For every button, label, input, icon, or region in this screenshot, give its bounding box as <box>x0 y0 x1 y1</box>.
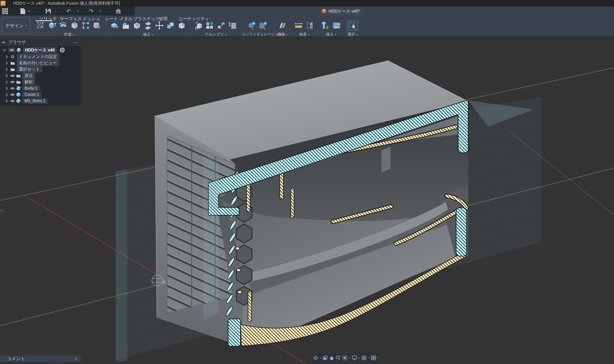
browser-row-analysis[interactable]: 解析 <box>0 79 81 85</box>
pattern-icon[interactable] <box>82 21 90 30</box>
section-analysis-icon[interactable] <box>305 21 314 30</box>
browser-minimize-icon[interactable]: — <box>73 40 77 45</box>
construction-plane-icon[interactable] <box>278 21 287 30</box>
display-settings-icon[interactable] <box>352 355 357 360</box>
app-grid-icon[interactable] <box>1 8 9 14</box>
viewport-3d-model[interactable] <box>0 36 614 364</box>
split-body-icon[interactable] <box>177 21 186 30</box>
browser-row-root[interactable]: HDDケース v40 <box>0 47 81 53</box>
file-menu-caret[interactable]: ▾ <box>27 8 31 14</box>
panel-collapse-handle[interactable]: « <box>0 207 3 213</box>
new-component-icon[interactable] <box>206 21 214 30</box>
select-tool-active[interactable] <box>347 20 358 31</box>
measure-icon[interactable] <box>294 21 303 30</box>
browser-row-m5-8mm1[interactable]: M5_8mm:1 <box>0 98 81 104</box>
viewports-caret[interactable]: ▾ <box>378 356 379 359</box>
bom-table-icon[interactable] <box>228 21 237 30</box>
browser-row-body1[interactable]: Body:1 <box>0 85 81 91</box>
press-pull-icon[interactable] <box>110 21 119 30</box>
fit-caret[interactable]: ▾ <box>349 356 350 359</box>
document-tab[interactable]: HDDケース v40* <box>320 7 362 15</box>
browser-row-label[interactable]: 原点 <box>22 72 35 79</box>
look-at-icon[interactable] <box>323 356 328 360</box>
chevron-right-icon[interactable] <box>5 68 8 71</box>
file-menu-icon[interactable] <box>19 8 27 14</box>
chevron-down-icon[interactable] <box>3 49 6 52</box>
browser-row-label[interactable]: 名前の付いたビュー <box>17 60 59 66</box>
shell-icon[interactable] <box>133 21 141 30</box>
group-label-select[interactable]: 選択 ▾ <box>345 32 360 37</box>
redo-caret[interactable]: ▾ <box>98 8 102 14</box>
orbit-caret[interactable]: ▾ <box>320 356 321 359</box>
orbit-icon[interactable] <box>313 355 318 360</box>
chevron-right-icon[interactable] <box>5 99 8 103</box>
group-label-construct[interactable]: 構築 ▾ <box>275 32 290 37</box>
fillet-icon[interactable] <box>121 21 130 30</box>
3d-viewport[interactable]: « <box>0 36 614 364</box>
add-comment-button[interactable]: + <box>75 356 78 362</box>
group-label-configuration[interactable]: コンフィギュレーション ▾ <box>242 32 273 37</box>
browser-row-label[interactable]: M5_8mm:1 <box>22 98 48 104</box>
chevron-right-icon[interactable] <box>5 87 8 90</box>
group-label-assemble[interactable]: アセンブリ ▾ <box>192 32 239 37</box>
browser-row-label[interactable]: 解析 <box>22 79 35 85</box>
fit-icon[interactable] <box>342 355 347 360</box>
chevron-right-icon[interactable] <box>5 74 8 77</box>
undo-icon[interactable]: ↶ <box>65 8 72 14</box>
eye-icon[interactable] <box>10 74 15 78</box>
configure-icon[interactable] <box>248 21 256 30</box>
eye-icon[interactable] <box>10 80 15 84</box>
group-divider <box>106 19 106 34</box>
workspace-dropdown[interactable]: デザイン ▾ <box>2 17 30 34</box>
browser-row-label[interactable]: ドキュメントの設定 <box>17 53 59 60</box>
chevron-right-icon[interactable] <box>5 61 8 65</box>
browser-row-cover1[interactable]: Cover:1 <box>0 91 81 98</box>
comments-bar[interactable]: コメント + <box>0 355 81 362</box>
browser-root-label[interactable]: HDDケース v40 <box>23 47 57 53</box>
eye-icon[interactable] <box>8 48 15 52</box>
eye-icon[interactable] <box>10 93 15 96</box>
browser-row-selection-sets[interactable]: 選択セット <box>0 66 81 72</box>
browser-row-document-settings[interactable]: ドキュメントの設定 <box>0 53 81 60</box>
browser-row-named-views[interactable]: 名前の付いたビュー <box>0 60 81 66</box>
browser-row-origin[interactable]: 原点 <box>0 72 81 79</box>
insert-link-icon[interactable] <box>194 21 203 30</box>
save-icon[interactable] <box>45 8 52 14</box>
browser-row-label[interactable]: Cover:1 <box>22 92 41 97</box>
viewports-icon[interactable] <box>371 355 376 360</box>
hole-icon[interactable] <box>70 21 79 30</box>
combine-icon[interactable] <box>166 21 175 30</box>
grid-settings-icon[interactable] <box>362 355 366 360</box>
browser-row-label[interactable]: Body:1 <box>22 85 40 91</box>
group-label-inspect[interactable]: 検査 ▾ <box>291 32 317 37</box>
activate-radio-icon[interactable] <box>59 47 65 53</box>
chevron-right-icon[interactable] <box>5 80 8 84</box>
home-icon[interactable] <box>115 8 122 14</box>
browser-row-label[interactable]: 選択セット <box>17 66 42 72</box>
pan-icon[interactable] <box>329 355 334 360</box>
group-label-insert[interactable]: 挿入 ▾ <box>318 32 344 37</box>
eye-icon[interactable] <box>10 87 15 90</box>
zoom-icon[interactable] <box>336 355 341 360</box>
offset-face-icon[interactable] <box>144 21 152 30</box>
redo-icon[interactable]: ↷ <box>88 8 95 14</box>
group-divider <box>241 19 241 34</box>
grid-caret[interactable]: ▾ <box>368 356 369 359</box>
revolve-icon[interactable] <box>59 21 68 30</box>
group-label-create[interactable]: 作成 ▾ <box>34 32 103 37</box>
group-label-modify[interactable]: 修正 ▾ <box>108 32 189 37</box>
move-icon[interactable] <box>155 21 164 30</box>
create-sketch-icon[interactable] <box>37 21 45 30</box>
display-caret[interactable]: ▾ <box>359 356 360 359</box>
chevron-right-icon[interactable] <box>5 55 8 58</box>
eye-icon[interactable] <box>10 99 15 103</box>
undo-caret[interactable]: ▾ <box>76 8 80 14</box>
insert-fastener-icon[interactable] <box>321 21 330 30</box>
insert-canvas-icon[interactable] <box>332 21 341 30</box>
joint-icon[interactable] <box>217 21 226 30</box>
chevron-right-icon[interactable] <box>5 93 8 96</box>
extrude-icon[interactable] <box>48 21 56 30</box>
create-form-icon[interactable] <box>93 21 101 30</box>
configuration-table-icon[interactable] <box>259 21 268 30</box>
browser-collapse-icon[interactable]: ◀◀ <box>1 41 4 44</box>
